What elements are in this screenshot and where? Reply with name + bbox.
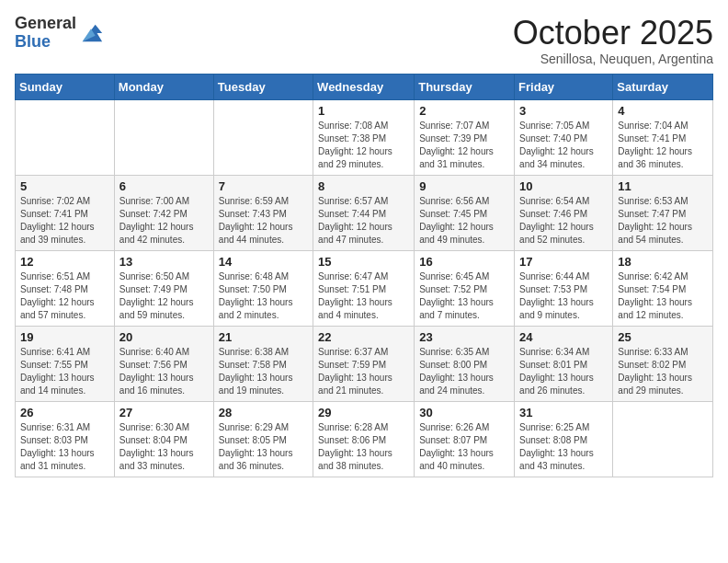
- calendar-week-row: 5Sunrise: 7:02 AM Sunset: 7:41 PM Daylig…: [16, 175, 713, 250]
- day-info: Sunrise: 6:53 AM Sunset: 7:47 PM Dayligh…: [618, 195, 708, 247]
- day-number: 4: [618, 104, 708, 118]
- day-info: Sunrise: 6:38 AM Sunset: 7:58 PM Dayligh…: [219, 346, 308, 397]
- calendar-cell: 15Sunrise: 6:47 AM Sunset: 7:51 PM Dayli…: [313, 250, 415, 326]
- calendar-cell: 21Sunrise: 6:38 AM Sunset: 7:58 PM Dayli…: [213, 326, 313, 401]
- day-info: Sunrise: 6:48 AM Sunset: 7:50 PM Dayligh…: [219, 270, 308, 322]
- logo-blue: Blue: [15, 33, 76, 52]
- day-info: Sunrise: 6:50 AM Sunset: 7:49 PM Dayligh…: [119, 270, 209, 322]
- logo-general: General: [15, 15, 76, 33]
- calendar-cell: 22Sunrise: 6:37 AM Sunset: 7:59 PM Dayli…: [313, 326, 415, 401]
- day-info: Sunrise: 6:31 AM Sunset: 8:03 PM Dayligh…: [20, 421, 109, 473]
- calendar-week-row: 19Sunrise: 6:41 AM Sunset: 7:55 PM Dayli…: [16, 326, 713, 401]
- calendar-cell: 5Sunrise: 7:02 AM Sunset: 7:41 PM Daylig…: [16, 175, 115, 250]
- calendar-cell: 8Sunrise: 6:57 AM Sunset: 7:44 PM Daylig…: [313, 175, 415, 250]
- weekday-header: Thursday: [415, 74, 515, 99]
- day-number: 30: [419, 406, 509, 419]
- day-info: Sunrise: 6:34 AM Sunset: 8:01 PM Dayligh…: [519, 346, 608, 397]
- day-info: Sunrise: 6:57 AM Sunset: 7:44 PM Dayligh…: [318, 195, 409, 247]
- calendar-cell: 17Sunrise: 6:44 AM Sunset: 7:53 PM Dayli…: [515, 250, 613, 326]
- calendar-cell: 6Sunrise: 7:00 AM Sunset: 7:42 PM Daylig…: [114, 175, 213, 250]
- day-number: 21: [219, 330, 308, 344]
- day-number: 2: [419, 104, 509, 118]
- day-number: 11: [618, 179, 708, 193]
- day-info: Sunrise: 6:30 AM Sunset: 8:04 PM Dayligh…: [119, 421, 209, 473]
- calendar-cell: 12Sunrise: 6:51 AM Sunset: 7:48 PM Dayli…: [16, 250, 115, 326]
- calendar-cell: 2Sunrise: 7:07 AM Sunset: 7:39 PM Daylig…: [415, 99, 515, 175]
- day-number: 15: [318, 255, 409, 269]
- day-number: 26: [20, 406, 109, 419]
- day-number: 28: [219, 406, 308, 419]
- calendar-cell: [114, 99, 213, 175]
- day-number: 8: [318, 179, 409, 193]
- calendar-cell: 20Sunrise: 6:40 AM Sunset: 7:56 PM Dayli…: [114, 326, 213, 401]
- calendar-cell: 4Sunrise: 7:04 AM Sunset: 7:41 PM Daylig…: [613, 99, 713, 175]
- day-number: 7: [219, 179, 308, 193]
- month-title: October 2025: [513, 15, 713, 52]
- day-number: 20: [119, 330, 209, 344]
- day-info: Sunrise: 6:29 AM Sunset: 8:05 PM Dayligh…: [219, 421, 308, 473]
- location-subtitle: Senillosa, Neuquen, Argentina: [513, 52, 713, 66]
- day-info: Sunrise: 6:56 AM Sunset: 7:45 PM Dayligh…: [419, 195, 509, 247]
- day-info: Sunrise: 7:07 AM Sunset: 7:39 PM Dayligh…: [419, 120, 509, 171]
- calendar-cell: 13Sunrise: 6:50 AM Sunset: 7:49 PM Dayli…: [114, 250, 213, 326]
- calendar-cell: [213, 99, 313, 175]
- weekday-header: Tuesday: [213, 74, 313, 99]
- calendar-cell: 27Sunrise: 6:30 AM Sunset: 8:04 PM Dayli…: [114, 401, 213, 477]
- day-info: Sunrise: 6:45 AM Sunset: 7:52 PM Dayligh…: [419, 270, 509, 322]
- day-info: Sunrise: 6:51 AM Sunset: 7:48 PM Dayligh…: [20, 270, 109, 322]
- day-number: 10: [519, 179, 608, 193]
- calendar-cell: 10Sunrise: 6:54 AM Sunset: 7:46 PM Dayli…: [515, 175, 613, 250]
- calendar-cell: 24Sunrise: 6:34 AM Sunset: 8:01 PM Dayli…: [515, 326, 613, 401]
- day-info: Sunrise: 7:08 AM Sunset: 7:38 PM Dayligh…: [318, 120, 409, 171]
- day-info: Sunrise: 6:37 AM Sunset: 7:59 PM Dayligh…: [318, 346, 409, 397]
- day-info: Sunrise: 7:05 AM Sunset: 7:40 PM Dayligh…: [519, 120, 608, 171]
- day-number: 24: [519, 330, 608, 344]
- weekday-header: Sunday: [16, 74, 115, 99]
- weekday-header: Wednesday: [313, 74, 415, 99]
- calendar-cell: 18Sunrise: 6:42 AM Sunset: 7:54 PM Dayli…: [613, 250, 713, 326]
- calendar-cell: [613, 401, 713, 477]
- day-number: 29: [318, 406, 409, 419]
- calendar-cell: 26Sunrise: 6:31 AM Sunset: 8:03 PM Dayli…: [16, 401, 115, 477]
- calendar-cell: 29Sunrise: 6:28 AM Sunset: 8:06 PM Dayli…: [313, 401, 415, 477]
- day-info: Sunrise: 6:28 AM Sunset: 8:06 PM Dayligh…: [318, 421, 409, 473]
- day-number: 23: [419, 330, 509, 344]
- day-info: Sunrise: 6:42 AM Sunset: 7:54 PM Dayligh…: [618, 270, 708, 322]
- calendar-cell: 25Sunrise: 6:33 AM Sunset: 8:02 PM Dayli…: [613, 326, 713, 401]
- day-number: 3: [519, 104, 608, 118]
- day-info: Sunrise: 6:47 AM Sunset: 7:51 PM Dayligh…: [318, 270, 409, 322]
- day-number: 27: [119, 406, 209, 419]
- day-number: 22: [318, 330, 409, 344]
- day-number: 12: [20, 255, 109, 269]
- calendar-cell: 23Sunrise: 6:35 AM Sunset: 8:00 PM Dayli…: [415, 326, 515, 401]
- calendar-cell: 30Sunrise: 6:26 AM Sunset: 8:07 PM Dayli…: [415, 401, 515, 477]
- calendar-cell: 1Sunrise: 7:08 AM Sunset: 7:38 PM Daylig…: [313, 99, 415, 175]
- page-header: General Blue October 2025 Senillosa, Neu…: [15, 15, 713, 66]
- calendar-cell: [16, 99, 115, 175]
- weekday-header: Monday: [114, 74, 213, 99]
- calendar-cell: 19Sunrise: 6:41 AM Sunset: 7:55 PM Dayli…: [16, 326, 115, 401]
- day-info: Sunrise: 6:41 AM Sunset: 7:55 PM Dayligh…: [20, 346, 109, 397]
- day-number: 5: [20, 179, 109, 193]
- day-number: 16: [419, 255, 509, 269]
- day-info: Sunrise: 6:40 AM Sunset: 7:56 PM Dayligh…: [119, 346, 209, 397]
- calendar-week-row: 1Sunrise: 7:08 AM Sunset: 7:38 PM Daylig…: [16, 99, 713, 175]
- calendar-cell: 11Sunrise: 6:53 AM Sunset: 7:47 PM Dayli…: [613, 175, 713, 250]
- calendar-week-row: 26Sunrise: 6:31 AM Sunset: 8:03 PM Dayli…: [16, 401, 713, 477]
- day-number: 19: [20, 330, 109, 344]
- day-info: Sunrise: 6:25 AM Sunset: 8:08 PM Dayligh…: [519, 421, 608, 473]
- day-number: 18: [618, 255, 708, 269]
- weekday-header: Saturday: [613, 74, 713, 99]
- day-number: 13: [119, 255, 209, 269]
- day-number: 1: [318, 104, 409, 118]
- calendar-cell: 28Sunrise: 6:29 AM Sunset: 8:05 PM Dayli…: [213, 401, 313, 477]
- weekday-header: Friday: [515, 74, 613, 99]
- title-block: October 2025 Senillosa, Neuquen, Argenti…: [513, 15, 713, 66]
- calendar-table: SundayMondayTuesdayWednesdayThursdayFrid…: [15, 74, 713, 477]
- calendar-week-row: 12Sunrise: 6:51 AM Sunset: 7:48 PM Dayli…: [16, 250, 713, 326]
- calendar-cell: 31Sunrise: 6:25 AM Sunset: 8:08 PM Dayli…: [515, 401, 613, 477]
- day-info: Sunrise: 7:00 AM Sunset: 7:42 PM Dayligh…: [119, 195, 209, 247]
- day-info: Sunrise: 7:02 AM Sunset: 7:41 PM Dayligh…: [20, 195, 109, 247]
- day-number: 17: [519, 255, 608, 269]
- day-info: Sunrise: 6:54 AM Sunset: 7:46 PM Dayligh…: [519, 195, 608, 247]
